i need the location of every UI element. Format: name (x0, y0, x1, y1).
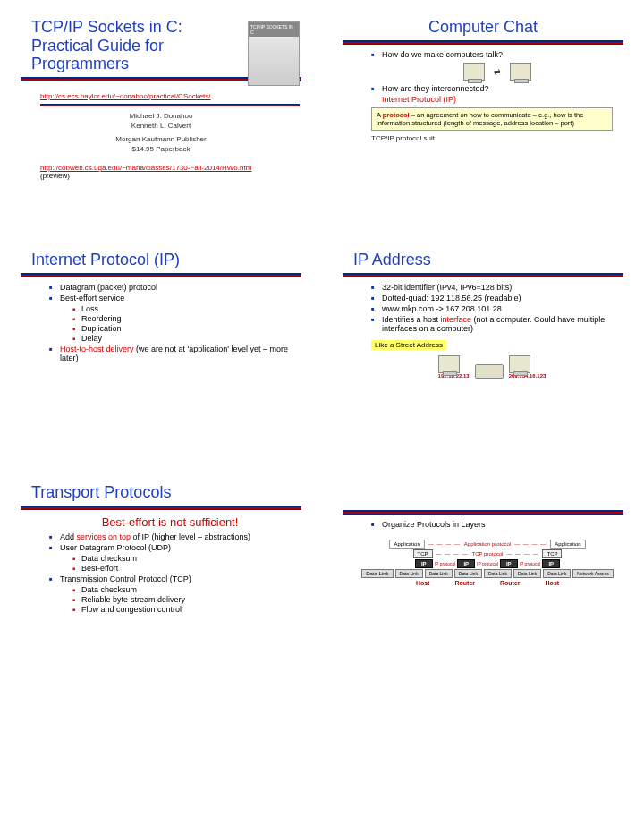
layer-datalink: Data Link (395, 569, 423, 578)
host-left: 192.18.22.13 (438, 355, 470, 379)
slide-3: Internet Protocol (IP) Datagram (packet)… (13, 251, 309, 465)
author-line-2: Kenneth L. Calvert (13, 122, 309, 130)
slide-title: TCP/IP Sockets in C: Practical Guide for… (31, 18, 228, 73)
layer-datalink: Data Link (425, 569, 453, 578)
slide-1: TCP/IP Sockets in C: Practical Guide for… (13, 18, 309, 233)
ip-proto-label: IP protocol (435, 561, 456, 566)
dashed-line: — — — — (506, 551, 538, 557)
book-cover-image (248, 21, 300, 86)
sub-duplication: Duplication (72, 324, 291, 333)
sub-rule (40, 104, 300, 106)
layer-diagram: Application — — — — Application protocol… (353, 540, 622, 586)
proto-text: A (377, 111, 383, 119)
title-rule (21, 273, 301, 277)
sub-reordering: Reordering (72, 314, 291, 323)
bullet-text: How are they interconnected? (382, 84, 489, 93)
slide-title: Internet Protocol (IP) (31, 251, 309, 269)
router-label: Router (500, 580, 521, 586)
bullet-services: Add services on top of IP (higher level … (49, 532, 291, 541)
sub-tcp-flow: Flow and congestion control (72, 605, 291, 614)
hw6-link[interactable]: http://cobweb.cs.uga.edu/~maria/classes/… (40, 164, 251, 172)
host-right: 209.134.16.123 (509, 355, 547, 379)
sub-delay: Delay (72, 334, 291, 343)
dashed-line: — — — — (428, 541, 461, 547)
svc-a: Add (60, 532, 77, 541)
bullet-text: How do we make computers talk? (382, 50, 503, 59)
bullet-text: User Datagram Protocol (UDP) (60, 543, 171, 552)
bullet-datagram: Datagram (packet) protocol (49, 283, 291, 292)
layer-netaccess: Network Access (572, 569, 614, 578)
bullet-udp: User Datagram Protocol (UDP) Data checks… (49, 543, 291, 573)
title-rule (343, 273, 623, 277)
double-arrow-icon: ⇄ (494, 67, 501, 76)
bullet-32bit: 32-bit identifier (IPv4, IPv6=128 bits) (371, 283, 613, 292)
dashed-line: — — — — (436, 551, 469, 557)
sub-tcp-reliable: Reliable byte-stream delivery (72, 595, 291, 604)
author-line-1: Michael J. Donahoo (13, 112, 309, 120)
router-label: Router (454, 580, 475, 586)
svc-c: of IP (higher level – abstractions) (131, 532, 250, 541)
bullet-text: Best-effort service (60, 294, 124, 302)
slide-5: Transport Protocols Best-effort is not s… (13, 483, 309, 698)
dashed-line: — — — — (514, 541, 547, 547)
csockets-link[interactable]: http://cs.ecs.baylor.edu/~donahoo/practi… (40, 92, 211, 100)
bullet-interface: Identifies a host interface (not a compu… (371, 315, 613, 333)
layer-datalink: Data Link (361, 569, 393, 578)
bullet-text: Transmission Control Protocol (TCP) (60, 574, 191, 583)
street-address-highlight: Like a Street Address (371, 340, 446, 350)
sub-udp-besteffort: Best-effort (72, 564, 291, 573)
title-rule (21, 506, 301, 510)
bullet-mkp: www.mkp.com -> 167.208.101.28 (371, 304, 613, 313)
pc-left-icon (463, 63, 485, 81)
layer-app: Application (550, 540, 585, 549)
bullet-h2h: Host-to-host delivery (we are not at 'ap… (49, 345, 291, 362)
tcpip-suit-caption: TCP/IP protocol suit. (371, 134, 631, 142)
layer-ip: IP (415, 559, 433, 568)
slide-grid: TCP/IP Sockets in C: Practical Guide for… (0, 0, 644, 716)
iface-a: Identifies a host (382, 315, 441, 324)
layer-tcp: TCP (413, 549, 433, 558)
title-rule (343, 40, 623, 45)
ip-proto-label: IP protocol (477, 561, 498, 566)
layer-ip: IP (500, 559, 518, 568)
sub-tcp-checksum: Data checksum (72, 585, 291, 594)
pc-icon (509, 355, 530, 373)
network-diagram: 192.18.22.13 209.134.16.123 (353, 355, 631, 379)
host-label: Host (416, 580, 430, 586)
slide-4: IP Address 32-bit identifier (IPv4, IPv6… (335, 251, 631, 465)
layer-datalink: Data Link (484, 569, 512, 578)
layer-app: Application (389, 540, 424, 549)
ip-proto-label: IP protocol (520, 561, 541, 566)
layer-ip: IP (457, 559, 475, 568)
host-label: Host (546, 580, 560, 586)
computers-talking-graphic: ⇄ (382, 63, 613, 81)
iface-keyword: interface (441, 315, 472, 324)
slide-title: Computer Chat (335, 18, 631, 37)
bullet-q2: How are they interconnected? Internet Pr… (371, 84, 613, 104)
sub-udp-checksum: Data checksum (72, 554, 291, 563)
bullet-q1: How do we make computers talk? ⇄ (371, 50, 613, 81)
preview-note: (preview) (40, 172, 309, 180)
slide-2: Computer Chat How do we make computers t… (335, 18, 631, 233)
layer-ip: IP (542, 559, 560, 568)
svc-red: services on top (77, 532, 131, 541)
layer-tcp: TCP (542, 549, 562, 558)
bullet-besteffort: Best-effort service Loss Reordering Dupl… (49, 294, 291, 343)
slide-6: Organize Protocols in Layers Application… (335, 483, 631, 698)
pc-right-icon (510, 63, 531, 81)
h2h-red: Host-to-host delivery (60, 345, 134, 353)
price-line: $14.95 Paperback (13, 145, 309, 153)
layer-datalink: Data Link (513, 569, 541, 578)
layer-datalink: Data Link (454, 569, 482, 578)
bullet-dottedquad: Dotted-quad: 192.118.56.25 (readable) (371, 294, 613, 302)
router-icon (475, 364, 504, 379)
title-rule (343, 510, 623, 515)
proto-keyword: protocol (383, 111, 410, 119)
protocol-definition-box: A protocol – an agreement on how to comm… (371, 107, 613, 131)
slide-title: Transport Protocols (31, 483, 309, 502)
bullet-tcp: Transmission Control Protocol (TCP) Data… (49, 574, 291, 614)
layer-datalink: Data Link (543, 569, 571, 578)
publisher-line: Morgan Kaufmann Publisher (13, 135, 309, 143)
ip-line: Internet Protocol (IP) (382, 95, 613, 104)
subtitle-red: Best-effort is not sufficient! (31, 515, 309, 529)
